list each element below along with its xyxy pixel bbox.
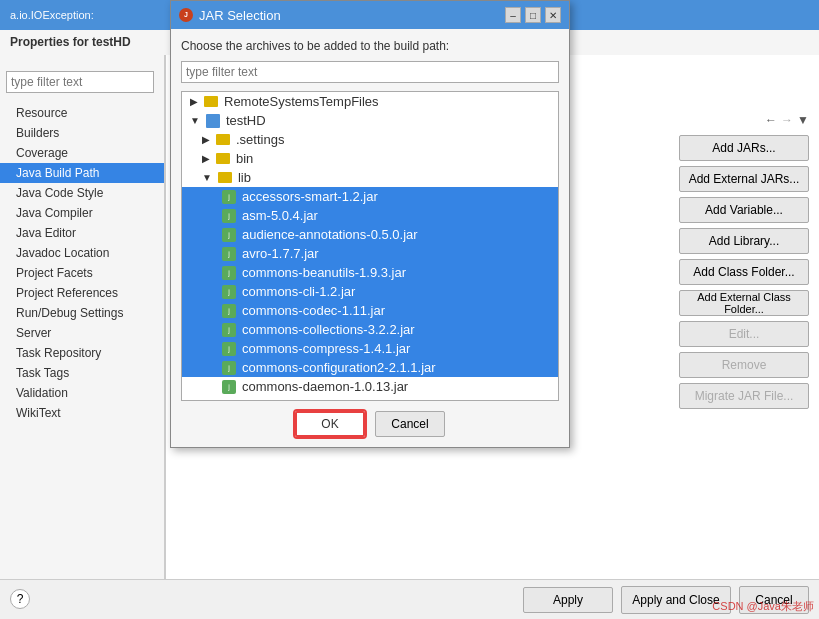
modal-buttons: OK Cancel bbox=[181, 411, 559, 437]
tree-item-jar-2[interactable]: j audience-annotations-0.5.0.jar bbox=[182, 225, 558, 244]
modal-cancel-button[interactable]: Cancel bbox=[375, 411, 445, 437]
expand-icon-bin: ▶ bbox=[202, 153, 210, 164]
ok-button[interactable]: OK bbox=[295, 411, 365, 437]
tree-label-testhd: testHD bbox=[226, 113, 266, 128]
tree-label-jar-5: commons-cli-1.2.jar bbox=[242, 284, 355, 299]
tree-item-remotesystems[interactable]: ▶ RemoteSystemsTempFiles bbox=[182, 92, 558, 111]
jar-icon-2: j bbox=[222, 228, 236, 242]
folder-icon-settings bbox=[216, 134, 230, 145]
tree-label-jar-9: commons-configuration2-2.1.1.jar bbox=[242, 360, 436, 375]
expand-icon-settings: ▶ bbox=[202, 134, 210, 145]
jar-icon-6: j bbox=[222, 304, 236, 318]
jar-selection-modal: J JAR Selection – □ ✕ Choose the archive… bbox=[170, 0, 570, 448]
tree-item-jar-6[interactable]: j commons-codec-1.11.jar bbox=[182, 301, 558, 320]
expand-icon-remotesystems: ▶ bbox=[190, 96, 198, 107]
folder-icon-bin bbox=[216, 153, 230, 164]
tree-item-bin[interactable]: ▶ bin bbox=[182, 149, 558, 168]
modal-maximize-button[interactable]: □ bbox=[525, 7, 541, 23]
expand-icon-lib: ▼ bbox=[202, 172, 212, 183]
expand-icon-testhd: ▼ bbox=[190, 115, 200, 126]
tree-label-jar-8: commons-compress-1.4.1.jar bbox=[242, 341, 410, 356]
tree-label-jar-0: accessors-smart-1.2.jar bbox=[242, 189, 378, 204]
project-icon-testhd bbox=[206, 114, 220, 128]
tree-label-jar-7: commons-collections-3.2.2.jar bbox=[242, 322, 415, 337]
tree-item-jar-10[interactable]: j commons-daemon-1.0.13.jar bbox=[182, 377, 558, 396]
tree-label-jar-6: commons-codec-1.11.jar bbox=[242, 303, 385, 318]
jar-icon-0: j bbox=[222, 190, 236, 204]
tree-label-jar-10: commons-daemon-1.0.13.jar bbox=[242, 379, 408, 394]
tree-label-remotesystems: RemoteSystemsTempFiles bbox=[224, 94, 379, 109]
modal-description: Choose the archives to be added to the b… bbox=[181, 39, 559, 53]
jar-icon-9: j bbox=[222, 361, 236, 375]
tree-item-jar-4[interactable]: j commons-beanutils-1.9.3.jar bbox=[182, 263, 558, 282]
modal-body: Choose the archives to be added to the b… bbox=[171, 29, 569, 447]
tree-label-jar-3: avro-1.7.7.jar bbox=[242, 246, 319, 261]
modal-overlay: J JAR Selection – □ ✕ Choose the archive… bbox=[0, 0, 819, 619]
modal-close-button[interactable]: ✕ bbox=[545, 7, 561, 23]
modal-minimize-button[interactable]: – bbox=[505, 7, 521, 23]
tree-item-jar-7[interactable]: j commons-collections-3.2.2.jar bbox=[182, 320, 558, 339]
jar-icon-1: j bbox=[222, 209, 236, 223]
jar-icon-8: j bbox=[222, 342, 236, 356]
modal-titlebar-icons: – □ ✕ bbox=[505, 7, 561, 23]
tree-label-jar-1: asm-5.0.4.jar bbox=[242, 208, 318, 223]
tree-item-jar-5[interactable]: j commons-cli-1.2.jar bbox=[182, 282, 558, 301]
tree-label-settings: .settings bbox=[236, 132, 284, 147]
tree-label-jar-4: commons-beanutils-1.9.3.jar bbox=[242, 265, 406, 280]
tree-item-jar-0[interactable]: j accessors-smart-1.2.jar bbox=[182, 187, 558, 206]
tree-label-jar-2: audience-annotations-0.5.0.jar bbox=[242, 227, 418, 242]
modal-titlebar: J JAR Selection – □ ✕ bbox=[171, 1, 569, 29]
tree-label-lib: lib bbox=[238, 170, 251, 185]
jar-icon-3: j bbox=[222, 247, 236, 261]
jar-icon-7: j bbox=[222, 323, 236, 337]
modal-jar-icon: J bbox=[179, 8, 193, 22]
tree-item-settings[interactable]: ▶ .settings bbox=[182, 130, 558, 149]
modal-filter-input[interactable] bbox=[181, 61, 559, 83]
tree-item-jar-3[interactable]: j avro-1.7.7.jar bbox=[182, 244, 558, 263]
modal-tree[interactable]: ▶ RemoteSystemsTempFiles ▼ testHD ▶ bbox=[181, 91, 559, 401]
tree-item-jar-8[interactable]: j commons-compress-1.4.1.jar bbox=[182, 339, 558, 358]
folder-icon-remotesystems bbox=[204, 96, 218, 107]
tree-label-bin: bin bbox=[236, 151, 253, 166]
tree-item-testhd[interactable]: ▼ testHD bbox=[182, 111, 558, 130]
watermark: CSDN @Java朱老师 bbox=[712, 599, 814, 614]
tree-item-lib[interactable]: ▼ lib bbox=[182, 168, 558, 187]
tree-item-jar-9[interactable]: j commons-configuration2-2.1.1.jar bbox=[182, 358, 558, 377]
jar-icon-10: j bbox=[222, 380, 236, 394]
jar-icon-5: j bbox=[222, 285, 236, 299]
jar-icon-4: j bbox=[222, 266, 236, 280]
folder-icon-lib bbox=[218, 172, 232, 183]
eclipse-background: a.io.IOException: Properties for testHD … bbox=[0, 0, 819, 619]
modal-title: JAR Selection bbox=[199, 8, 281, 23]
tree-item-jar-1[interactable]: j asm-5.0.4.jar bbox=[182, 206, 558, 225]
